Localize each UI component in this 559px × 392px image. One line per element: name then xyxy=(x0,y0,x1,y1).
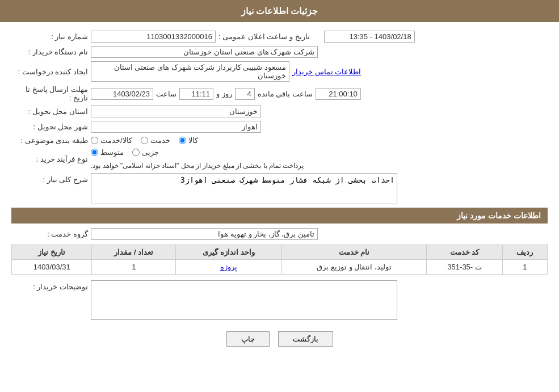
cell-unit: پروژه xyxy=(176,260,281,275)
button-group: بازگشت چاپ xyxy=(11,331,548,347)
back-button[interactable]: بازگشت xyxy=(278,331,333,347)
purchase-motavasset-option[interactable]: متوسط xyxy=(91,148,124,157)
buyer-notes-label: توضیحات خریدار : xyxy=(11,280,91,291)
category-kala-khadamat-radio[interactable] xyxy=(91,137,98,144)
category-khadamat-option[interactable]: خدمت xyxy=(141,136,170,145)
col-quantity: تعداد / مقدار xyxy=(92,245,176,260)
send-days-label: روز و xyxy=(216,90,232,98)
send-remaining: 21:00:10 xyxy=(316,88,361,100)
purchase-jozii-label: جزیی xyxy=(142,148,159,157)
announce-datetime-label: تاریخ و ساعت اعلان عمومی : xyxy=(218,32,310,41)
cell-quantity: 1 xyxy=(92,260,176,275)
cell-date: 1403/03/31 xyxy=(12,260,92,275)
province-label: استان محل تحویل : xyxy=(11,107,91,116)
purchase-jozii-radio[interactable] xyxy=(132,149,140,156)
col-service-code: کد خدمت xyxy=(427,245,502,260)
buyer-org-value: شرکت شهرک های صنعتی استان خوزستان xyxy=(91,46,318,58)
cell-service-code: ت -35-351 xyxy=(427,260,502,275)
buyer-notes-textarea[interactable] xyxy=(91,280,397,320)
send-deadline-label: مهلت ارسال پاسخ تا تاریخ : xyxy=(11,85,91,102)
category-kala-khadamat-option[interactable]: کالا/خدمت xyxy=(91,136,132,145)
buyer-org-label: نام دستگاه خریدار : xyxy=(11,48,91,56)
service-table: ردیف کد خدمت نام خدمت واحد اندازه گیری ت… xyxy=(11,245,548,275)
page-title: جزئیات اطلاعات نیاز xyxy=(241,6,318,16)
send-days: 4 xyxy=(235,88,255,100)
city-value: اهواز xyxy=(91,121,261,133)
purchase-motavasset-label: متوسط xyxy=(100,148,124,157)
need-description-label: شرح کلی نیاز : xyxy=(11,173,91,184)
send-time: 11:11 xyxy=(179,88,213,100)
creator-value: مسعود شبیبی کاربرداز شرکت شهرک های صنعتی… xyxy=(91,61,289,82)
creator-label: ایجاد کننده درخواست : xyxy=(11,68,91,76)
service-group-label: گروه خدمت : xyxy=(11,230,91,238)
table-row: 1 ت -35-351 تولید، انتقال و توزیع برق پر… xyxy=(12,260,548,275)
province-value: خوزستان xyxy=(91,106,261,117)
print-button[interactable]: چاپ xyxy=(226,331,270,347)
cell-row-num: 1 xyxy=(502,260,547,275)
cell-service-name: تولید، انتقال و توزیع برق xyxy=(281,260,427,275)
col-service-name: نام خدمت xyxy=(281,245,427,260)
purchase-motavasset-radio[interactable] xyxy=(91,149,98,156)
need-description-textarea[interactable] xyxy=(91,173,397,204)
announce-datetime-value: 1403/02/18 - 13:35 xyxy=(324,31,415,43)
category-kala-label: کالا xyxy=(188,136,198,145)
purchase-jozii-option[interactable]: جزیی xyxy=(132,148,159,157)
need-number-value: 1103001332000016 xyxy=(91,31,216,43)
city-label: شهر محل تحویل : xyxy=(11,123,91,131)
purchase-type-label: نوع فرآیند خرید : xyxy=(11,155,91,163)
category-kala-option[interactable]: کالا xyxy=(179,136,198,145)
need-number-label: شماره نیاز : xyxy=(11,32,91,41)
category-khadamat-radio[interactable] xyxy=(141,137,148,144)
col-date: تاریخ نیاز xyxy=(12,245,92,260)
service-group-value: تامین برق، گاز، بخار و تهویه هوا xyxy=(91,228,318,240)
col-unit: واحد اندازه گیری xyxy=(176,245,281,260)
page-header: جزئیات اطلاعات نیاز xyxy=(0,0,559,22)
contact-link[interactable]: اطلاعات تماس خریدار xyxy=(292,68,361,76)
send-time-label: ساعت xyxy=(156,90,176,98)
services-section-title: اطلاعات خدمات مورد نیاز xyxy=(11,208,548,224)
send-date: 1403/02/23 xyxy=(91,88,153,100)
purchase-note: پرداخت تمام یا بخشی از مبلغ خریدار از مح… xyxy=(91,162,304,170)
col-row-num: ردیف xyxy=(502,245,547,260)
category-kala-radio[interactable] xyxy=(179,137,186,144)
category-kala-khadamat-label: کالا/خدمت xyxy=(100,136,132,145)
send-remaining-label: ساعت باقی مانده xyxy=(258,90,313,98)
category-label: طبقه بندی موضوعی : xyxy=(11,136,91,145)
category-khadamat-label: خدمت xyxy=(150,136,170,145)
